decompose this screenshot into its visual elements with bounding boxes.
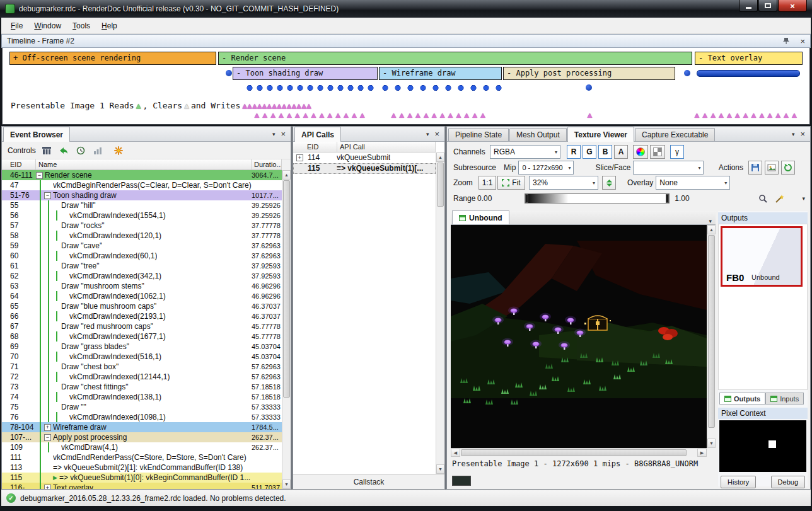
event-row-67[interactable]: 67Draw "red mushroom caps"45.77778 <box>2 321 282 331</box>
fb0-thumbnail[interactable]: FB0 Unbound <box>721 226 803 287</box>
export-image-button[interactable] <box>765 161 779 175</box>
column-eid[interactable]: EID <box>293 142 337 152</box>
statistics-icon[interactable] <box>91 144 104 157</box>
api-row-114[interactable]: + 114 vkQueueSubmit <box>293 152 436 163</box>
overlay-select[interactable]: None ▾ <box>656 176 730 190</box>
event-browser-scrollbar[interactable]: ▲ ▼ <box>282 170 291 489</box>
texture-image[interactable] <box>451 225 707 448</box>
maximize-button[interactable] <box>758 0 777 12</box>
event-row-75[interactable]: 75Draw ""57.33333 <box>2 402 282 412</box>
close-button[interactable]: × <box>778 0 807 12</box>
zoom-range-icon[interactable] <box>757 192 769 205</box>
bookmark-icon[interactable] <box>112 144 125 157</box>
event-row-46-111[interactable]: 46-111−Render scene3064.7... <box>2 170 282 180</box>
draw-marker-dot[interactable] <box>226 70 232 76</box>
draw-marker-dots-wireframe[interactable] <box>382 84 508 91</box>
menu-file[interactable]: File <box>5 19 28 33</box>
column-duration[interactable]: Duratio... <box>252 159 282 169</box>
draw-marker-dots-toon[interactable] <box>246 84 378 91</box>
event-row-72[interactable]: 72vkCmdDrawIndexed(12144,1)57.62963 <box>2 372 282 382</box>
column-eid[interactable]: EID <box>2 159 36 169</box>
tab-texture-viewer[interactable]: Texture Viewer <box>567 127 634 142</box>
autofit-wand-icon[interactable] <box>773 192 786 205</box>
expand-icon[interactable]: + <box>296 154 303 161</box>
event-row-78-104[interactable]: 78-104+Wireframe draw1784.5... <box>2 422 282 432</box>
event-row-73[interactable]: 73Draw "chest fittings"57.18518 <box>2 382 282 392</box>
green-channel-button[interactable]: G <box>583 145 596 159</box>
alpha-channel-button[interactable]: A <box>614 145 628 159</box>
event-row-56[interactable]: 56vkCmdDrawIndexed(1554,1)39.25926 <box>2 210 282 221</box>
timeline-block-text-overlay[interactable]: - Text overlay <box>695 52 803 65</box>
column-api-call[interactable]: API Call <box>337 142 436 152</box>
minimize-button[interactable] <box>739 0 758 12</box>
menu-help[interactable]: Help <box>96 19 123 33</box>
scroll-right-icon[interactable]: ▶ <box>697 449 707 457</box>
color-wheel-button[interactable] <box>633 145 648 159</box>
texture-horizontal-scrollbar[interactable]: ◀ ▶ <box>451 448 707 457</box>
pixel-context-view[interactable] <box>719 420 806 472</box>
right-panel-close-icon[interactable]: × <box>800 130 805 138</box>
event-row-116-...[interactable]: 116-...+Text overlay511.7037 <box>2 483 282 489</box>
event-row-65[interactable]: 65Draw "blue mushroom caps"46.37037 <box>2 301 282 311</box>
titlebar[interactable]: debugmarker.rdc - RenderDoc Unofficial r… <box>0 0 812 18</box>
timeline-close-icon[interactable]: × <box>800 37 805 45</box>
callstack-section[interactable]: Callstack <box>293 474 444 489</box>
event-row-111[interactable]: 111vkCmdEndRenderPass(C=Store, D=Store, … <box>2 452 282 462</box>
scrollbar-thumb[interactable] <box>437 163 444 207</box>
tab-pipeline-state[interactable]: Pipeline State <box>448 128 509 141</box>
draw-marker-dot[interactable] <box>586 84 592 91</box>
history-button[interactable]: History <box>721 476 756 488</box>
debug-button[interactable]: Debug <box>771 476 805 488</box>
scrollbar-thumb[interactable] <box>708 235 715 428</box>
timeline-toggle-icon[interactable] <box>40 144 53 157</box>
event-row-64[interactable]: 64vkCmdDrawIndexed(1062,1)46.96296 <box>2 291 282 301</box>
range-max-value[interactable]: 1.00 <box>675 194 689 203</box>
event-row-69[interactable]: 69Draw "grass blades"45.03704 <box>2 342 282 352</box>
event-row-62[interactable]: 62vkCmdDrawIndexed(342,1)37.92593 <box>2 271 282 281</box>
collapse-icon[interactable]: − <box>44 192 51 199</box>
scroll-up-icon[interactable]: ▲ <box>282 170 291 180</box>
api-calls-close-icon[interactable]: × <box>434 130 439 138</box>
event-browser-close-icon[interactable]: × <box>281 130 286 138</box>
scrollbar-thumb[interactable] <box>461 449 687 456</box>
tab-outputs[interactable]: Outputs <box>719 393 765 405</box>
event-row-107-...[interactable]: 107-...−Apply post processing262.37... <box>2 432 282 442</box>
draw-marker-dot[interactable] <box>684 70 690 76</box>
draw-marker-group[interactable] <box>697 70 800 77</box>
range-min-value[interactable]: 0.00 <box>477 194 492 203</box>
red-channel-button[interactable]: R <box>567 145 581 159</box>
refresh-button[interactable] <box>781 161 795 175</box>
tab-inputs[interactable]: Inputs <box>765 393 804 405</box>
event-row-61[interactable]: 61Draw "tree"37.92593 <box>2 261 282 271</box>
event-row-71[interactable]: 71Draw "chest box"57.62963 <box>2 362 282 372</box>
scroll-down-icon[interactable]: ▼ <box>436 464 444 474</box>
timeline-canvas[interactable]: + Off-screen scene rendering - Render sc… <box>2 48 810 125</box>
event-row-68[interactable]: 68vkCmdDrawIndexed(1677,1)45.77778 <box>2 331 282 342</box>
range-slider[interactable] <box>525 193 670 204</box>
blue-channel-button[interactable]: B <box>598 145 612 159</box>
dock-menu-icon[interactable]: ▾ <box>792 131 795 137</box>
event-row-47[interactable]: 47vkCmdBeginRenderPass(C=Clear, D=Clear,… <box>2 180 282 190</box>
range-white-handle[interactable] <box>666 194 669 203</box>
event-row-66[interactable]: 66vkCmdDrawIndexed(2193,1)46.37037 <box>2 311 282 321</box>
event-row-63[interactable]: 63Draw "mushroom stems"46.96296 <box>2 281 282 291</box>
scroll-left-icon[interactable]: ◀ <box>451 449 460 457</box>
time-durations-icon[interactable] <box>74 144 87 157</box>
zoom-1to1-button[interactable]: 1:1 <box>478 176 496 190</box>
dock-menu-icon[interactable]: ▾ <box>426 131 429 137</box>
timeline-block-toon[interactable]: - Toon shading draw <box>233 67 378 80</box>
event-row-115[interactable]: 115▶=> vkQueueSubmit(1)[0]: vkBeginComma… <box>2 473 282 483</box>
event-row-109[interactable]: 109vkCmdDraw(4,1)262.37... <box>2 442 282 452</box>
menu-window[interactable]: Window <box>28 19 67 33</box>
mip-select[interactable]: 0 - 1272x690 ▾ <box>518 161 574 175</box>
event-row-70[interactable]: 70vkCmdDrawIndexed(516,1)45.03704 <box>2 352 282 362</box>
event-row-57[interactable]: 57Draw "rocks"37.77778 <box>2 221 282 231</box>
collapse-icon[interactable]: − <box>36 172 43 179</box>
api-calls-tab[interactable]: API Calls <box>294 127 341 142</box>
dock-menu-icon[interactable]: ▾ <box>272 131 276 137</box>
pin-icon[interactable] <box>780 35 792 47</box>
event-row-55[interactable]: 55Draw "hill"39.25926 <box>2 200 282 210</box>
texture-tab-unbound[interactable]: Unbound <box>452 210 509 224</box>
range-black-handle[interactable] <box>525 194 528 203</box>
event-row-113[interactable]: 113=> vkQueueSubmit(2)[1]: vkEndCommandB… <box>2 462 282 473</box>
